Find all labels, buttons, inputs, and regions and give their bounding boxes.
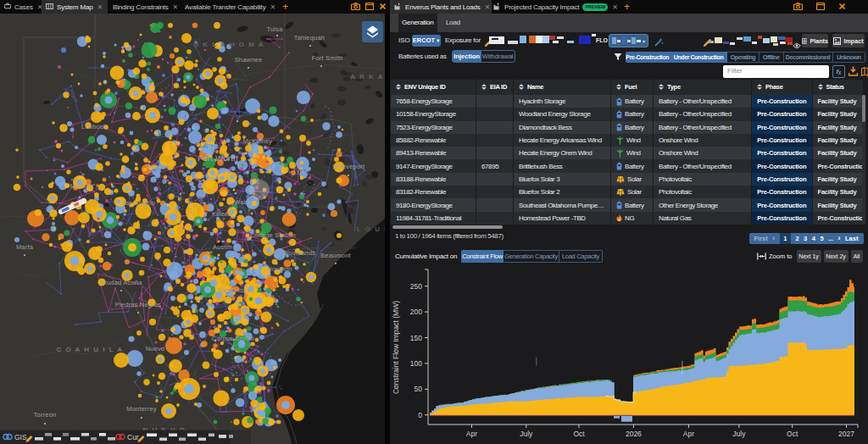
svg-text:Corpus Christi: Corpus Christi	[212, 335, 254, 342]
svg-text:Constraint Flow Impact (MW): Constraint Flow Impact (MW)	[392, 301, 400, 394]
svg-text:Killeen: Killeen	[212, 210, 232, 218]
svg-text:O K L A H O M A: O K L A H O M A	[193, 41, 264, 48]
svg-text:Marfa: Marfa	[16, 243, 34, 251]
svg-text:Piedras Negras: Piedras Negras	[115, 301, 162, 308]
svg-text:Oct: Oct	[787, 430, 798, 438]
svg-text:Oct: Oct	[573, 430, 585, 438]
svg-text:San Angelo: San Angelo	[121, 199, 155, 207]
svg-text:July: July	[732, 430, 746, 438]
svg-text:150: 150	[410, 334, 422, 342]
svg-text:Shreveport: Shreveport	[332, 163, 365, 170]
svg-text:200: 200	[410, 308, 422, 316]
svg-text:Austin: Austin	[213, 243, 231, 251]
svg-text:Monterrey: Monterrey	[126, 405, 157, 413]
svg-text:Waco: Waco	[234, 198, 251, 206]
svg-text:Fort Smith: Fort Smith	[312, 54, 343, 62]
svg-text:Apr: Apr	[466, 430, 477, 438]
svg-text:Abilene: Abilene	[147, 163, 170, 170]
svg-text:The Woodlands: The Woodlands	[270, 249, 316, 257]
svg-text:San Antonio: San Antonio	[218, 286, 254, 294]
svg-text:Shawnee: Shawnee	[235, 56, 263, 64]
svg-text:College Station: College Station	[250, 231, 296, 239]
svg-text:L O U I: L O U I	[357, 225, 385, 233]
svg-text:Apr: Apr	[683, 430, 694, 438]
svg-text:Tulsa: Tulsa	[266, 25, 283, 33]
svg-text:Cur: Cur	[127, 433, 139, 441]
svg-text:Torreón: Torreón	[34, 411, 57, 419]
svg-text:Houston: Houston	[267, 265, 292, 273]
svg-text:2026: 2026	[626, 430, 642, 438]
svg-text:250: 250	[410, 282, 422, 291]
svg-text:Nuevo: Nuevo	[146, 345, 165, 352]
svg-text:100: 100	[410, 359, 422, 368]
svg-text:Lubbock: Lubbock	[81, 123, 107, 130]
svg-text:Ciudad Acuña: Ciudad Acuña	[100, 279, 142, 286]
svg-text:Midland: Midland	[70, 182, 93, 190]
svg-text:A R K A: A R K A	[350, 73, 384, 80]
svg-text:2027: 2027	[838, 430, 854, 438]
svg-text:0: 0	[418, 411, 422, 419]
svg-text:July: July	[520, 430, 533, 438]
svg-text:Tahlequah: Tahlequah	[294, 34, 325, 42]
svg-text:Tyler: Tyler	[292, 167, 308, 175]
svg-text:McKinney: McKinney	[243, 137, 273, 145]
svg-text:50: 50	[415, 385, 423, 393]
svg-text:GIS: GIS	[14, 433, 27, 441]
svg-text:Fort Worth: Fort Worth	[198, 153, 238, 163]
svg-text:C O A H U I L A: C O A H U I L A	[56, 346, 123, 353]
svg-text:T E X: T E X	[178, 195, 206, 203]
svg-text:Beaumont: Beaumont	[320, 252, 352, 259]
